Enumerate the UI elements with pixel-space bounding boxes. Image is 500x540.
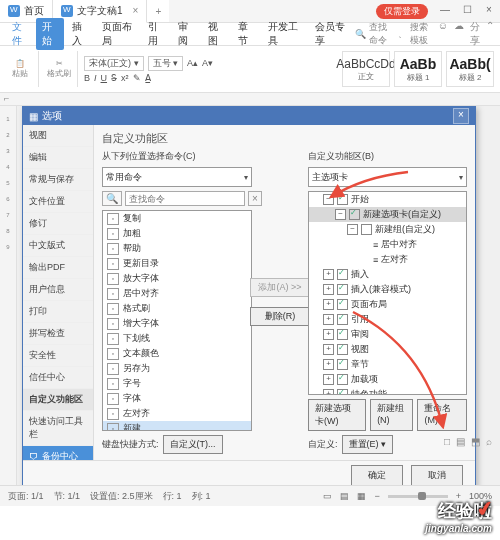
command-item[interactable]: ▫另存为 xyxy=(103,361,251,376)
paste-icon[interactable]: 📋 xyxy=(15,59,25,68)
tree-node[interactable]: +页面布局 xyxy=(309,297,466,312)
tool-icon[interactable]: ⬒ xyxy=(471,436,480,452)
tree-node[interactable]: +特色功能 xyxy=(309,387,466,395)
status-pos[interactable]: 设置值: 2.5厘米 xyxy=(90,490,153,503)
cut-icon[interactable]: ✂ xyxy=(56,59,63,68)
window-min-icon[interactable]: — xyxy=(438,4,452,18)
nav-item[interactable]: 修订 xyxy=(23,213,93,235)
ribbon-tree[interactable]: −开始−新建选项卡(自定义)−新建组(自定义)≡居中对齐≡左对齐+插入+插入(兼… xyxy=(308,191,467,395)
dialog-close-icon[interactable]: × xyxy=(453,108,469,124)
sup-icon[interactable]: x² xyxy=(121,73,129,83)
new-tab-button[interactable]: 新建选项卡(W) xyxy=(308,399,366,431)
tree-node[interactable]: +加载项 xyxy=(309,372,466,387)
ribbon-combo[interactable]: 主选项卡▾ xyxy=(308,167,467,187)
expand-icon[interactable]: − xyxy=(347,224,358,235)
tree-node[interactable]: +视图 xyxy=(309,342,466,357)
smile-icon[interactable]: ☺ xyxy=(438,20,448,48)
tree-node[interactable]: −新建组(自定义) xyxy=(309,222,466,237)
nav-item[interactable]: 信任中心 xyxy=(23,367,93,389)
remove-button[interactable]: 删除(R) xyxy=(250,307,310,326)
expand-icon[interactable]: + xyxy=(323,329,334,340)
login-button[interactable]: 仅需登录 xyxy=(376,4,428,19)
nav-item[interactable]: 输出PDF xyxy=(23,257,93,279)
nav-item[interactable]: 中文版式 xyxy=(23,235,93,257)
nav-item[interactable]: 安全性 xyxy=(23,345,93,367)
command-item[interactable]: ▫帮助 xyxy=(103,241,251,256)
command-item[interactable]: ▫复制 xyxy=(103,211,251,226)
checkbox[interactable] xyxy=(349,209,360,220)
commands-combo[interactable]: 常用命令▾ xyxy=(102,167,252,187)
style-h1[interactable]: AaBb标题 1 xyxy=(394,51,442,87)
command-item[interactable]: ▫增大字体 xyxy=(103,316,251,331)
tree-node[interactable]: ≡居中对齐 xyxy=(309,237,466,252)
window-max-icon[interactable]: ☐ xyxy=(460,4,474,18)
nav-item[interactable]: 拼写检查 xyxy=(23,323,93,345)
command-item[interactable]: ▫居中对齐 xyxy=(103,286,251,301)
style-body[interactable]: AaBbCcDd正文 xyxy=(342,51,390,87)
rename-button[interactable]: 重命名(M)... xyxy=(417,399,467,431)
add-button[interactable]: 添加(A) >> xyxy=(250,278,310,297)
expand-icon[interactable]: − xyxy=(323,194,334,205)
tree-node[interactable]: −新建选项卡(自定义) xyxy=(309,207,466,222)
status-page[interactable]: 页面: 1/1 xyxy=(8,490,44,503)
nav-item[interactable]: 用户信息 xyxy=(23,279,93,301)
strike-icon[interactable]: S̶ xyxy=(111,73,117,83)
zoom-out-icon[interactable]: − xyxy=(374,491,379,501)
highlight-icon[interactable]: ✎ xyxy=(133,73,141,83)
checkbox[interactable] xyxy=(337,389,348,395)
status-col[interactable]: 列: 1 xyxy=(192,490,211,503)
tab-close-icon[interactable]: × xyxy=(133,5,139,16)
expand-icon[interactable]: + xyxy=(323,374,334,385)
checkbox[interactable] xyxy=(337,284,348,295)
nav-item[interactable]: 打印 xyxy=(23,301,93,323)
tool-icon[interactable]: □ xyxy=(444,436,450,452)
tree-node[interactable]: +审阅 xyxy=(309,327,466,342)
fontcolor-icon[interactable]: A̲ xyxy=(145,73,151,83)
status-section[interactable]: 节: 1/1 xyxy=(54,490,81,503)
view-read-icon[interactable]: ▤ xyxy=(340,491,349,501)
command-item[interactable]: ▫下划线 xyxy=(103,331,251,346)
font-combo[interactable]: 宋体(正文) ▾ xyxy=(84,56,144,71)
checkbox[interactable] xyxy=(337,329,348,340)
command-item[interactable]: ▫左对齐 xyxy=(103,406,251,421)
command-item[interactable]: ▫字体 xyxy=(103,391,251,406)
expand-icon[interactable]: + xyxy=(323,269,334,280)
nav-item[interactable]: 视图 xyxy=(23,125,93,147)
expand-icon[interactable]: + xyxy=(323,314,334,325)
expand-icon[interactable]: + xyxy=(323,359,334,370)
command-search-input[interactable] xyxy=(125,191,245,206)
view-print-icon[interactable]: ▭ xyxy=(323,491,332,501)
view-web-icon[interactable]: ▦ xyxy=(357,491,366,501)
command-search[interactable]: 🔍 查找命令、 搜索模板 xyxy=(355,21,436,47)
checkbox[interactable] xyxy=(337,344,348,355)
checkbox[interactable] xyxy=(337,359,348,370)
collapse-ribbon-icon[interactable]: ⌃ xyxy=(486,20,494,48)
tree-node[interactable]: +插入(兼容模式) xyxy=(309,282,466,297)
command-item[interactable]: ▫更新目录 xyxy=(103,256,251,271)
tool-icon[interactable]: ⌕ xyxy=(486,436,492,452)
italic-icon[interactable]: I xyxy=(94,73,97,83)
checkbox[interactable] xyxy=(337,194,348,205)
nav-item[interactable]: 文件位置 xyxy=(23,191,93,213)
checkbox[interactable] xyxy=(337,374,348,385)
grow-font-icon[interactable]: A▴ xyxy=(187,58,198,68)
ok-button[interactable]: 确定 xyxy=(351,465,403,486)
expand-icon[interactable]: + xyxy=(323,344,334,355)
bold-icon[interactable]: B xyxy=(84,73,90,83)
dialog-titlebar[interactable]: ▦ 选项 × xyxy=(23,107,475,125)
tree-node[interactable]: ≡左对齐 xyxy=(309,252,466,267)
shrink-font-icon[interactable]: A▾ xyxy=(202,58,213,68)
status-line[interactable]: 行: 1 xyxy=(163,490,182,503)
command-item[interactable]: ▫字号 xyxy=(103,376,251,391)
commands-list[interactable]: ▫复制▫加粗▫帮助▫更新目录▫放大字体▫居中对齐▫格式刷▫增大字体▫下划线▫文本… xyxy=(102,210,252,431)
tree-node[interactable]: +引用 xyxy=(309,312,466,327)
tree-node[interactable]: −开始 xyxy=(309,192,466,207)
command-item[interactable]: ▫格式刷 xyxy=(103,301,251,316)
window-close-icon[interactable]: × xyxy=(482,4,496,18)
nav-item[interactable]: 编辑 xyxy=(23,147,93,169)
command-item[interactable]: ▫新建 xyxy=(103,421,251,431)
expand-icon[interactable]: + xyxy=(323,389,334,395)
tool-icon[interactable]: ▤ xyxy=(456,436,465,452)
underline-icon[interactable]: U xyxy=(101,73,108,83)
nav-item[interactable]: 自定义功能区 xyxy=(23,389,93,411)
